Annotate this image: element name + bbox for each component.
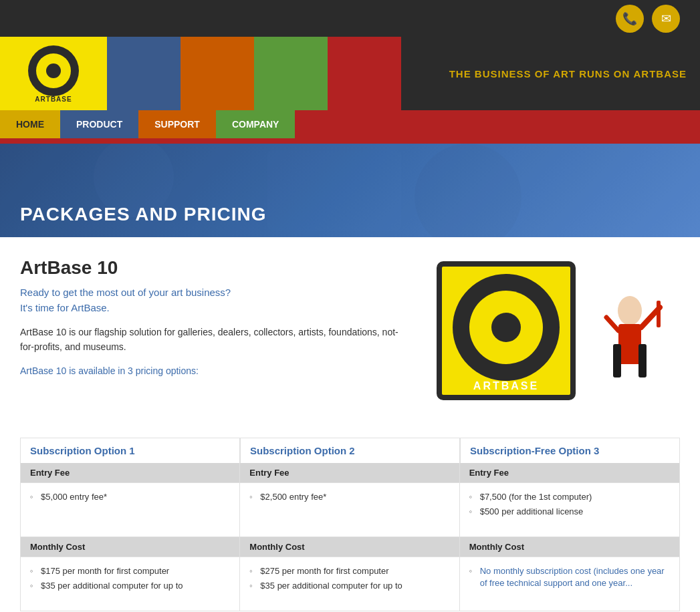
pricing-col-header-3: Subscription-Free Option 3 xyxy=(460,438,680,463)
top-bar: 📞 ✉ xyxy=(0,0,700,37)
svg-text:ARTBASE: ARTBASE xyxy=(35,96,72,103)
nav-company[interactable]: COMPANY xyxy=(216,110,296,138)
monthly-cost-item-3-1: No monthly subscription cost (includes o… xyxy=(469,564,670,591)
monthly-cost-cell-2: $275 per month for first computer $35 pe… xyxy=(240,557,459,611)
tagline-brand: ARTBASE xyxy=(633,68,687,80)
nav-support[interactable]: SUPPORT xyxy=(138,110,216,138)
monthly-cost-item-2-1: $275 per month for first computer xyxy=(249,564,449,579)
pricing-col-header-1: Subscription Option 1 xyxy=(20,438,240,463)
monthly-cost-header-2: Monthly Cost xyxy=(240,537,459,557)
product-pricing-intro: ArtBase 10 is available in 3 pricing opt… xyxy=(20,365,406,376)
entry-fee-item-3-1: $7,500 (for the 1st computer) xyxy=(469,490,670,504)
entry-fee-cell-3: $7,500 (for the 1st computer) $500 per a… xyxy=(460,483,679,537)
nav-home[interactable]: HOME xyxy=(0,110,60,138)
svg-line-19 xyxy=(606,317,618,331)
product-section: ArtBase 10 Ready to get the most out of … xyxy=(20,257,680,418)
nav: HOME PRODUCT SUPPORT COMPANY xyxy=(0,110,700,138)
svg-rect-17 xyxy=(638,344,647,377)
svg-rect-15 xyxy=(618,324,641,364)
product-logo-svg: ARTBASE xyxy=(433,257,673,418)
entry-fee-header-3: Entry Fee xyxy=(460,463,679,482)
product-desc: ArtBase 10 is our flagship solution for … xyxy=(20,325,406,355)
color-block-red xyxy=(328,37,401,110)
svg-point-14 xyxy=(618,296,642,325)
entry-fee-cell-2: $2,500 entry fee* xyxy=(240,483,459,537)
header: ARTBASE THE BUSINESS OF ART RUNS ON ARTB… xyxy=(0,37,700,110)
pricing-col-headers: Subscription Option 1 Subscription Optio… xyxy=(20,438,680,463)
monthly-cost-header-1: Monthly Cost xyxy=(21,537,240,557)
pricing-col-header-2: Subscription Option 2 xyxy=(240,438,460,463)
nav-red-bar xyxy=(0,138,700,144)
color-block-blue xyxy=(107,37,181,110)
entry-fee-data: $5,000 entry fee* $2,500 entry fee* $7,5… xyxy=(20,483,680,537)
nav-spacer xyxy=(295,110,700,138)
monthly-cost-header-3: Monthly Cost xyxy=(460,537,679,557)
email-icon[interactable]: ✉ xyxy=(652,5,680,33)
hero-title: PACKAGES AND PRICING xyxy=(20,204,266,225)
entry-fee-item-3-2: $500 per additional license xyxy=(469,504,670,519)
monthly-cost-item-1-2: $35 per additional computer for up to xyxy=(30,579,230,593)
product-heading: ArtBase 10 xyxy=(20,257,406,279)
svg-rect-20 xyxy=(657,301,661,327)
product-image: ARTBASE xyxy=(426,257,680,418)
logo-svg: ARTBASE xyxy=(21,41,86,106)
entry-fee-item-1-1: $5,000 entry fee* xyxy=(30,490,230,504)
monthly-cost-cell-1: $175 per month for first computer $35 pe… xyxy=(21,557,240,611)
tagline-prefix: THE BUSINESS OF ART RUNS ON xyxy=(449,68,630,80)
color-block-green xyxy=(254,37,328,110)
svg-rect-8 xyxy=(267,150,401,231)
entry-fee-cell-1: $5,000 entry fee* xyxy=(21,483,240,537)
product-subtitle: Ready to get the most out of your art bu… xyxy=(20,285,406,315)
logo-block[interactable]: ARTBASE xyxy=(0,37,107,110)
pricing-wrapper: Subscription Option 1 Subscription Optio… xyxy=(20,438,680,611)
monthly-cost-cell-3: No monthly subscription cost (includes o… xyxy=(460,557,679,611)
monthly-cost-headers: Monthly Cost Monthly Cost Monthly Cost xyxy=(20,537,680,557)
entry-fee-item-2-1: $2,500 entry fee* xyxy=(249,490,449,504)
svg-point-12 xyxy=(491,313,521,342)
nav-product[interactable]: PRODUCT xyxy=(60,110,138,138)
monthly-cost-item-1-1: $175 per month for first computer xyxy=(30,564,230,579)
product-text: ArtBase 10 Ready to get the most out of … xyxy=(20,257,406,418)
color-block-orange xyxy=(181,37,254,110)
entry-fee-headers: Entry Fee Entry Fee Entry Fee xyxy=(20,463,680,483)
svg-rect-16 xyxy=(613,344,621,377)
hero-banner: PACKAGES AND PRICING xyxy=(0,144,700,237)
entry-fee-header-1: Entry Fee xyxy=(21,463,240,482)
monthly-cost-item-2-2: $35 per additional computer for up to xyxy=(249,579,449,593)
header-tagline: THE BUSINESS OF ART RUNS ON ARTBASE xyxy=(401,37,700,110)
monthly-cost-data: $175 per month for first computer $35 pe… xyxy=(20,557,680,611)
entry-fee-header-2: Entry Fee xyxy=(240,463,459,482)
svg-text:ARTBASE: ARTBASE xyxy=(473,380,539,392)
main-content: ArtBase 10 Ready to get the most out of … xyxy=(0,237,700,612)
svg-point-3 xyxy=(46,63,61,78)
phone-icon[interactable]: 📞 xyxy=(616,5,644,33)
